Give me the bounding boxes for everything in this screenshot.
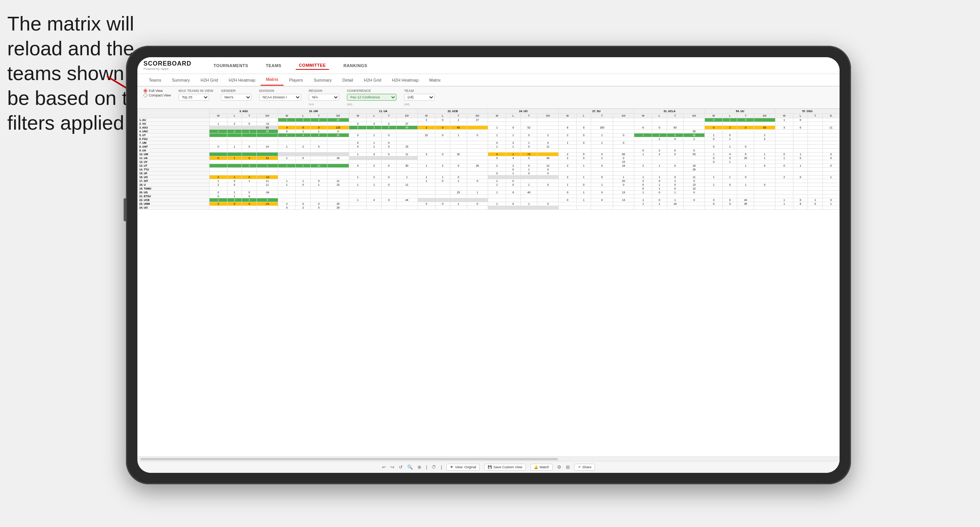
grid-icon[interactable]: ⊞	[566, 464, 570, 470]
view-radio-group: Full View Compact View	[143, 89, 171, 97]
sub-nav-matrix2[interactable]: Matrix	[424, 75, 446, 85]
undo-icon[interactable]: ↩	[382, 464, 386, 470]
zoom-out-icon[interactable]: 🔍	[407, 464, 413, 470]
redo-icon[interactable]: ↪	[390, 464, 394, 470]
divider1: |	[426, 464, 427, 470]
max-teams-select[interactable]: Top 25 Top 10 All	[179, 94, 209, 101]
table-row: 9. UA 0200	[138, 149, 840, 153]
col-header-osu: 57. OSU	[775, 109, 840, 114]
save-custom-button[interactable]: 💾 Save Custom View	[484, 464, 526, 471]
sub-nav-h2h-heatmap2[interactable]: H2H Heatmap	[387, 75, 424, 85]
table-row: 16. UO 210-14 1201 110 2101 11011 110 20…	[138, 175, 840, 179]
sub-nav-h2h-heatmap[interactable]: H2H Heatmap	[223, 75, 261, 85]
sub-nav-detail[interactable]: Detail	[337, 75, 358, 85]
row-label-au: 1. AU	[138, 118, 210, 122]
view-original-button[interactable]: 👁 View: Original	[446, 464, 479, 471]
division-filter-group: Division NCAA Division I NCAA Division I…	[259, 89, 301, 101]
reset-icon[interactable]: ↺	[399, 464, 403, 470]
max-teams-label: Max teams in view	[179, 89, 213, 93]
table-row: 19. TAMU 01013	[138, 187, 840, 191]
team-label: Team	[404, 89, 435, 93]
nav-committee[interactable]: COMMITTEE	[296, 61, 329, 70]
col-header-ua: 11. UA	[349, 109, 417, 114]
row-label-fsu: 6. FSU	[138, 137, 210, 141]
table-row: 5. UT 14035 010 22010 1102 2010 11040 10…	[138, 133, 840, 137]
row-label-tamu: 19. TAMU	[138, 187, 210, 191]
sub-nav-summary[interactable]: Summary	[166, 75, 195, 85]
wlt-ua-w: W	[349, 114, 367, 118]
conference-select[interactable]: Pac-12 Conference (All) Big Ten	[347, 94, 397, 101]
wlt-uu-d: Dif	[754, 114, 775, 118]
view-original-label: View: Original	[455, 465, 476, 469]
wlt-ua-t: T	[382, 114, 397, 118]
table-row: 6. FSU 101 012	[138, 137, 840, 141]
wlt-uw-d: Dif	[327, 114, 349, 118]
table-row: 3. ASU 90 490120 01048 2040 1052 60160 6…	[138, 126, 840, 130]
table-row: 2. VU 120-12 03027	[138, 122, 840, 126]
sub-nav-matrix[interactable]: Matrix	[261, 74, 284, 86]
matrix-content: 3. ASU 10. UW 11. UA 22. UCB 24. UO 27. …	[137, 109, 840, 461]
sub-navigation: Teams Summary H2H Grid H2H Heatmap Matri…	[137, 74, 840, 87]
sub-nav-h2h-grid2[interactable]: H2H Grid	[358, 75, 387, 85]
compact-view-radio[interactable]: Compact View	[143, 93, 171, 97]
wlt-ucb-t: T	[450, 114, 467, 118]
matrix-scroll-area[interactable]: 3. ASU 10. UW 11. UA 22. UCB 24. UO 27. …	[137, 109, 840, 456]
row-label-etsu: 21. ETSU	[138, 194, 210, 198]
nav-rankings[interactable]: RANKINGS	[340, 62, 371, 69]
table-row: 10. UW 13011 3032 4172 25066 12053 1451 …	[138, 153, 840, 156]
row-label-uw: 10. UW	[138, 153, 210, 156]
wlt-su-d: Dif	[613, 114, 634, 118]
wlt-ucla-t: T	[667, 114, 683, 118]
region-sub: N/A	[309, 103, 339, 106]
table-row: 22. UCB 1303 14044 01013 1010 3044 1010	[138, 198, 840, 202]
wlt-osu-t: T	[808, 114, 823, 118]
region-filter-group: Region N/A East West N/A	[309, 89, 339, 106]
sub-nav-teams[interactable]: Teams	[143, 75, 166, 85]
table-row: 13. UT 21 1122 02030 12026 22012 21018 2…	[138, 164, 840, 168]
col-header-su: 27. SU	[559, 109, 634, 114]
wlt-uo-t: T	[521, 114, 537, 118]
watch-label: Watch	[540, 465, 549, 469]
sub-nav-players[interactable]: Players	[284, 75, 308, 85]
tablet-screen: SCOREBOARD Powered by clippd TOURNAMENTS…	[137, 57, 840, 473]
full-view-radio[interactable]: Full View	[143, 89, 171, 93]
table-row: 24. UO 02029	[138, 206, 840, 210]
nav-tournaments[interactable]: TOURNAMENTS	[211, 62, 251, 69]
wlt-su-t: T	[591, 114, 613, 118]
corner-header	[138, 109, 210, 118]
clock-icon[interactable]: ⏱	[432, 464, 436, 470]
conference-label: Conference	[347, 89, 397, 93]
row-label-ut: 5. UT	[138, 133, 210, 137]
table-row: 8. UAF 01014 120 01015 11011 010	[138, 145, 840, 149]
wlt-ua-d: Dif	[396, 114, 417, 118]
nav-teams[interactable]: TEAMS	[263, 62, 284, 69]
wlt-ucla-d: Dif	[683, 114, 705, 118]
row-label-ucb: 22. UCB	[138, 198, 210, 202]
settings-icon[interactable]: ⚙	[557, 464, 561, 470]
table-row: 7. UM 010 0210 1010	[138, 141, 840, 145]
wlt-asu-t: T	[242, 114, 257, 118]
watch-button[interactable]: 🔔 Watch	[530, 464, 553, 471]
wlt-uu-t: T	[737, 114, 754, 118]
table-row: 20. UG 010-34 231 1040 01013 1010	[138, 191, 840, 194]
gender-label: Gender	[221, 89, 251, 93]
tablet-side-button	[124, 198, 126, 221]
share-icon: ↗	[578, 465, 581, 469]
division-select[interactable]: NCAA Division I NCAA Division II	[259, 94, 301, 101]
row-label-ttu: 14. TTU	[138, 168, 210, 172]
share-button[interactable]: ↗ Share	[574, 464, 595, 471]
sub-nav-h2h-grid[interactable]: H2H Grid	[195, 75, 223, 85]
col-header-asu: 3. ASU	[210, 109, 278, 114]
eye-icon: 👁	[450, 465, 453, 469]
zoom-in-icon[interactable]: ⊕	[417, 464, 421, 470]
row-label-unm: 23. UNM	[138, 202, 210, 206]
view-filter-group: Full View Compact View	[143, 89, 171, 97]
gender-select[interactable]: Men's Women's	[221, 94, 251, 101]
region-select[interactable]: N/A East West	[309, 94, 339, 101]
wlt-asu-w: W	[210, 114, 227, 118]
scroll-bar[interactable]	[137, 456, 840, 461]
team-select[interactable]: (All)	[404, 94, 435, 101]
table-row: 18. U 2011 10110 11011 1010 1010 01013 1…	[138, 183, 840, 187]
sub-nav-summary2[interactable]: Summary	[308, 75, 337, 85]
row-label-uaf: 8. UAF	[138, 145, 210, 149]
